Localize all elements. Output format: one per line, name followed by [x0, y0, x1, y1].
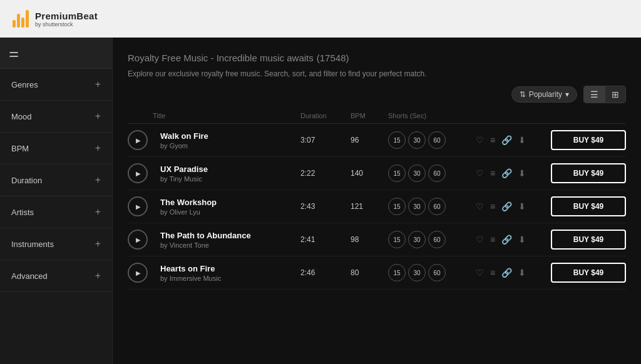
track-actions-3: ♡ ≡ 🔗 ⬇ — [476, 201, 551, 211]
track-name-4: The Path to Abundance — [160, 231, 300, 240]
short-30-btn-5[interactable]: 30 — [408, 264, 426, 281]
short-30-btn-1[interactable]: 30 — [408, 131, 426, 149]
play-button-1[interactable]: ▶ — [128, 130, 148, 150]
sidebar-item-advanced[interactable]: Advanced + — [0, 260, 112, 292]
track-info-1: Walk on Fire by Gyom — [153, 131, 300, 149]
sidebar-genres-expand-icon: + — [95, 79, 101, 90]
favorite-icon-2[interactable]: ♡ — [476, 168, 484, 178]
sidebar-item-duration-label: Duration — [11, 176, 42, 185]
sidebar-item-instruments[interactable]: Instruments + — [0, 228, 112, 260]
play-button-3[interactable]: ▶ — [128, 196, 148, 216]
th-shorts: Shorts (Sec) — [388, 112, 476, 119]
link-icon-5[interactable]: 🔗 — [501, 268, 512, 278]
track-bpm-2: 140 — [351, 169, 388, 178]
track-actions-5: ♡ ≡ 🔗 ⬇ — [476, 268, 551, 278]
short-60-btn-2[interactable]: 60 — [428, 164, 446, 182]
favorite-icon-4[interactable]: ♡ — [476, 235, 484, 245]
download-icon-3[interactable]: ⬇ — [518, 201, 526, 211]
content-header: Royalty Free Music - Incredible music aw… — [113, 38, 641, 78]
track-info-3: The Workshop by Oliver Lyu — [153, 198, 300, 216]
sort-button[interactable]: ⇅ Popularity ▾ — [511, 86, 577, 103]
sidebar-item-artists[interactable]: Artists + — [0, 196, 112, 228]
short-30-btn-4[interactable]: 30 — [408, 231, 426, 248]
playlist-icon-5[interactable]: ≡ — [490, 268, 495, 278]
sidebar-item-duration[interactable]: Duration + — [0, 164, 112, 196]
track-bpm-5: 80 — [351, 268, 388, 277]
buy-button-3[interactable]: BUY $49 — [551, 196, 626, 216]
track-name-3: The Workshop — [160, 198, 300, 207]
sidebar-item-genres[interactable]: Genres + — [0, 69, 112, 101]
sidebar-item-mood[interactable]: Mood + — [0, 101, 112, 133]
link-icon-1[interactable]: 🔗 — [501, 135, 512, 145]
download-icon-1[interactable]: ⬇ — [518, 135, 526, 145]
track-shorts-1: 15 30 60 — [388, 131, 476, 149]
favorite-icon-5[interactable]: ♡ — [476, 268, 484, 278]
short-60-btn-1[interactable]: 60 — [428, 131, 446, 149]
logo-bar-4 — [26, 10, 29, 28]
track-list: ▶ Walk on Fire by Gyom 3:07 96 15 30 60 … — [128, 124, 626, 290]
download-icon-5[interactable]: ⬇ — [518, 268, 526, 278]
buy-button-1[interactable]: BUY $49 — [551, 130, 626, 150]
th-title: Title — [153, 112, 300, 119]
link-icon-4[interactable]: 🔗 — [501, 235, 512, 245]
sidebar-item-bpm[interactable]: BPM + — [0, 133, 112, 164]
sidebar-item-genres-label: Genres — [11, 80, 38, 89]
buy-button-4[interactable]: BUY $49 — [551, 230, 626, 250]
sidebar-item-instruments-label: Instruments — [11, 240, 54, 249]
page-subtitle: Explore our exclusive royalty free music… — [128, 69, 626, 78]
sort-label: Popularity — [529, 90, 562, 99]
list-view-button[interactable]: ☰ — [584, 86, 605, 103]
track-name-1: Walk on Fire — [160, 131, 300, 141]
play-button-2[interactable]: ▶ — [128, 163, 148, 183]
short-15-btn-4[interactable]: 15 — [388, 231, 406, 248]
logo-title: PremiumBeat — [35, 11, 98, 21]
link-icon-3[interactable]: 🔗 — [501, 201, 512, 211]
sidebar-item-mood-label: Mood — [11, 112, 32, 121]
filter-icon-bar[interactable]: ⚌ — [0, 38, 112, 69]
play-button-4[interactable]: ▶ — [128, 230, 148, 250]
short-30-btn-2[interactable]: 30 — [408, 164, 426, 182]
track-duration-4: 2:41 — [300, 235, 351, 244]
track-duration-1: 3:07 — [300, 136, 351, 144]
buy-button-2[interactable]: BUY $49 — [551, 163, 626, 183]
logo-text: PremiumBeat by shutterstock — [35, 11, 98, 28]
table-row: ▶ Hearts on Fire by Immersive Music 2:46… — [128, 256, 626, 290]
track-shorts-5: 15 30 60 — [388, 264, 476, 281]
playlist-icon-2[interactable]: ≡ — [490, 168, 495, 178]
filter-sliders-icon: ⚌ — [9, 46, 19, 60]
page-title-text: Royalty Free Music - Incredible music aw… — [128, 53, 314, 63]
short-30-btn-3[interactable]: 30 — [408, 198, 426, 215]
download-icon-2[interactable]: ⬇ — [518, 168, 526, 178]
sidebar-bpm-expand-icon: + — [95, 143, 101, 154]
track-table: Title Duration BPM Shorts (Sec) ▶ Walk o… — [113, 108, 641, 364]
short-15-btn-5[interactable]: 15 — [388, 264, 406, 281]
sidebar-item-advanced-label: Advanced — [11, 271, 48, 281]
short-60-btn-3[interactable]: 60 — [428, 198, 446, 215]
play-button-5[interactable]: ▶ — [128, 263, 148, 283]
logo-subtitle: by shutterstock — [35, 21, 98, 28]
table-row: ▶ The Path to Abundance by Vincent Tone … — [128, 223, 626, 256]
track-artist-1: by Gyom — [160, 142, 300, 149]
track-bpm-4: 98 — [351, 235, 388, 244]
playlist-icon-1[interactable]: ≡ — [490, 135, 495, 145]
favorite-icon-1[interactable]: ♡ — [476, 135, 484, 145]
logo-bar-1 — [13, 20, 16, 28]
short-60-btn-5[interactable]: 60 — [428, 264, 446, 281]
grid-view-button[interactable]: ⊞ — [605, 86, 625, 103]
logo-bar-2 — [17, 14, 20, 28]
playlist-icon-4[interactable]: ≡ — [490, 235, 495, 245]
short-15-btn-1[interactable]: 15 — [388, 131, 406, 149]
table-header-row: Title Duration BPM Shorts (Sec) — [128, 108, 626, 124]
short-60-btn-4[interactable]: 60 — [428, 231, 446, 248]
short-15-btn-3[interactable]: 15 — [388, 198, 406, 215]
buy-button-5[interactable]: BUY $49 — [551, 263, 626, 283]
playlist-icon-3[interactable]: ≡ — [490, 201, 495, 211]
track-info-2: UX Paradise by Tiny Music — [153, 164, 300, 183]
download-icon-4[interactable]: ⬇ — [518, 235, 526, 245]
link-icon-2[interactable]: 🔗 — [501, 168, 512, 178]
track-shorts-3: 15 30 60 — [388, 198, 476, 215]
favorite-icon-3[interactable]: ♡ — [476, 201, 484, 211]
short-15-btn-2[interactable]: 15 — [388, 164, 406, 182]
track-actions-4: ♡ ≡ 🔗 ⬇ — [476, 235, 551, 245]
track-duration-5: 2:46 — [300, 268, 351, 277]
